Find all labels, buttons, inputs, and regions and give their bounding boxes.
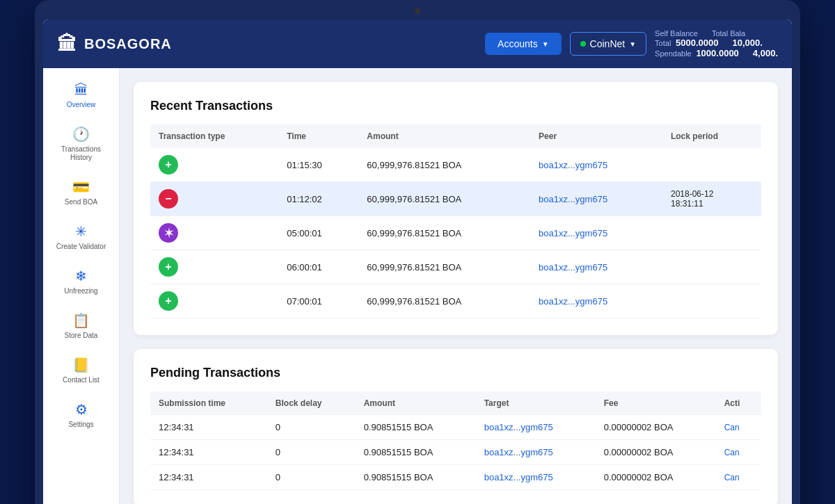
pending-transactions-table: Submission time Block delay Amount Targe… (150, 391, 761, 490)
col-amount: Amount (356, 391, 476, 415)
sidebar-item-transactions-history[interactable]: 🕐 Transactions History (50, 119, 113, 169)
table-row: + 06:00:01 60,999,976.81521 BOA boa1xz..… (150, 250, 761, 284)
tx-time-cell: 05:00:01 (278, 216, 358, 250)
tx-amount-cell: 60,999,976.81521 BOA (358, 216, 530, 250)
col-peer: Peer (530, 124, 662, 148)
overview-label: Overview (67, 101, 96, 109)
tx-lock-period-cell (662, 250, 761, 284)
tx-peer-link[interactable]: boa1xz...ygm675 (539, 262, 607, 273)
self-balance-label: Self Balance (655, 29, 698, 38)
pending-block-delay-cell: 0 (267, 415, 356, 440)
tx-time-cell: 07:00:01 (278, 284, 358, 318)
laptop-camera (415, 8, 420, 14)
cancel-link[interactable]: Can (724, 448, 740, 457)
sidebar: 🏛 Overview 🕐 Transactions History 💳 Send… (43, 68, 120, 504)
coinnet-chevron-icon: ▼ (629, 40, 636, 48)
pending-fee-cell: 0.00000002 BOA (596, 440, 716, 465)
pending-transactions-header-row: Submission time Block delay Amount Targe… (150, 391, 761, 415)
coinnet-label: CoinNet (590, 38, 626, 49)
accounts-button[interactable]: Accounts ▼ (485, 33, 562, 55)
tx-peer-cell: boa1xz...ygm675 (530, 250, 662, 284)
pending-target-cell: boa1xz...ygm675 (476, 415, 596, 440)
app-body: 🏛 Overview 🕐 Transactions History 💳 Send… (43, 68, 792, 504)
cancel-link[interactable]: Can (724, 473, 740, 482)
tx-time-cell: 01:12:02 (278, 182, 358, 216)
pending-amount-cell: 0.90851515 BOA (356, 415, 476, 440)
total-row-label: Total (655, 39, 671, 47)
pending-target-link[interactable]: boa1xz...ygm675 (484, 422, 553, 432)
sidebar-item-unfreezing[interactable]: ❄ Unfreezing (50, 261, 113, 302)
send-boa-label: Send BOA (65, 198, 97, 206)
pending-transactions-title: Pending Transactions (150, 366, 761, 380)
col-target: Target (476, 391, 596, 415)
app-name: BOSAGORA (84, 36, 172, 52)
sidebar-item-settings[interactable]: ⚙ Settings (50, 394, 113, 436)
tx-time-cell: 06:00:01 (278, 250, 358, 284)
tx-type-icon: + (159, 291, 178, 311)
sidebar-item-store-data[interactable]: 📋 Store Data (50, 305, 113, 347)
sidebar-item-create-validator[interactable]: ✳ Create Validator (50, 216, 113, 258)
settings-label: Settings (68, 421, 93, 429)
tx-peer-link[interactable]: boa1xz...ygm675 (539, 228, 607, 238)
tx-lock-period-cell (662, 284, 761, 318)
contact-list-label: Contact List (63, 376, 100, 384)
pending-time-cell: 12:34:31 (150, 415, 267, 440)
tx-peer-link[interactable]: boa1xz...ygm675 (539, 194, 607, 204)
pending-fee-cell: 0.00000002 BOA (596, 465, 716, 490)
pending-target-link[interactable]: boa1xz...ygm675 (484, 447, 553, 457)
cancel-link[interactable]: Can (724, 423, 740, 432)
tx-type-icon: ✶ (159, 223, 178, 243)
logo: 🏛 BOSAGORA (57, 33, 172, 56)
tx-amount-cell: 60,999,976.81521 BOA (358, 182, 530, 216)
tx-peer-link[interactable]: boa1xz...ygm675 (539, 296, 607, 307)
total-spendable-value: 4,000. (753, 48, 778, 58)
sidebar-item-overview[interactable]: 🏛 Overview (50, 75, 113, 116)
spendable-row-label: Spendable (655, 49, 692, 58)
col-lock-period: Lock period (662, 124, 761, 148)
col-action: Acti (716, 391, 761, 415)
tx-lock-period-cell (662, 216, 761, 250)
table-row: + 07:00:01 60,999,976.81521 BOA boa1xz..… (150, 284, 761, 318)
tx-lock-period-cell (662, 148, 761, 182)
coinnet-button[interactable]: CoinNet ▼ (570, 32, 647, 56)
tx-type-cell: + (150, 148, 278, 182)
col-time: Time (278, 124, 358, 148)
coinnet-status-dot (580, 41, 586, 47)
pending-amount-cell: 0.90851515 BOA (356, 440, 476, 465)
col-submission-time: Submission time (150, 391, 267, 415)
recent-transactions-title: Recent Transactions (150, 99, 761, 113)
pending-amount-cell: 0.90851515 BOA (356, 465, 476, 490)
sidebar-item-send-boa[interactable]: 💳 Send BOA (50, 172, 113, 213)
accounts-chevron-icon: ▼ (542, 40, 549, 48)
tx-amount-cell: 60,999,976.81521 BOA (358, 284, 530, 318)
pending-target-cell: boa1xz...ygm675 (476, 465, 596, 490)
table-row: 12:34:31 0 0.90851515 BOA boa1xz...ygm67… (150, 465, 761, 490)
tx-peer-link[interactable]: boa1xz...ygm675 (539, 160, 607, 170)
recent-transactions-table: Transaction type Time Amount Peer Lock p… (150, 124, 761, 318)
table-row: + 01:15:30 60,999,976.81521 BOA boa1xz..… (150, 148, 761, 182)
pending-fee-cell: 0.00000002 BOA (596, 415, 716, 440)
total-balance-label: Total Bala (712, 29, 745, 38)
self-total-value: 5000.0000 (676, 38, 718, 48)
contact-list-icon: 📒 (72, 357, 90, 373)
transactions-history-label: Transactions History (56, 145, 107, 162)
overview-icon: 🏛 (74, 82, 88, 98)
tx-peer-cell: boa1xz...ygm675 (530, 182, 662, 216)
col-amount: Amount (358, 124, 530, 148)
store-data-label: Store Data (65, 332, 98, 340)
sidebar-item-contact-list[interactable]: 📒 Contact List (50, 350, 113, 391)
pending-target-link[interactable]: boa1xz...ygm675 (484, 472, 553, 482)
table-row: 12:34:31 0 0.90851515 BOA boa1xz...ygm67… (150, 415, 761, 440)
tx-lock-period-cell: 2018-06-12 18:31:11 (662, 182, 761, 216)
tx-peer-cell: boa1xz...ygm675 (530, 148, 662, 182)
pending-action-cell: Can (716, 440, 761, 465)
pending-block-delay-cell: 0 (267, 465, 356, 490)
create-validator-label: Create Validator (56, 243, 106, 251)
store-data-icon: 📋 (72, 312, 90, 329)
topbar-right: Accounts ▼ CoinNet ▼ Self Balance (485, 29, 778, 58)
tx-type-icon: + (159, 155, 178, 174)
tx-type-cell: + (150, 284, 278, 318)
tx-peer-cell: boa1xz...ygm675 (530, 216, 662, 250)
unfreezing-icon: ❄ (75, 268, 87, 284)
pending-time-cell: 12:34:31 (150, 465, 267, 490)
